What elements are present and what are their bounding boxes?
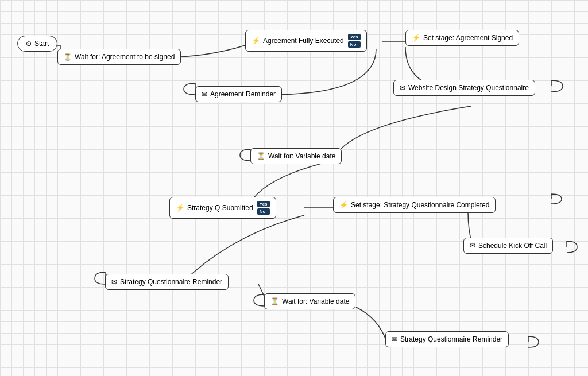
condition-icon: ⚡ (252, 37, 260, 45)
wait-agreement-node[interactable]: ⏳ Wait for: Agreement to be signed (57, 49, 181, 65)
action-icon-2: ⚡ (339, 201, 348, 209)
email-icon-5: ✉ (392, 335, 397, 343)
wait-agreement-label: Wait for: Agreement to be signed (75, 53, 175, 61)
wait-variable1-node[interactable]: ⏳ Wait for: Variable date (250, 148, 342, 164)
yes-badge-2: Yes (257, 201, 270, 207)
schedule-kickoff-label: Schedule Kick Off Call (478, 242, 547, 250)
set-stage-completed-label: Set stage: Strategy Questionnaire Comple… (351, 201, 489, 209)
website-design-label: Website Design Strategy Questionnaire (408, 84, 529, 92)
wait-variable1-label: Wait for: Variable date (268, 152, 335, 160)
action-icon: ⚡ (412, 34, 420, 42)
start-label: Start (34, 40, 49, 48)
wait-variable2-label: Wait for: Variable date (282, 297, 349, 305)
strategy-submitted-node[interactable]: ⚡ Strategy Q Submitted Yes No (169, 197, 276, 219)
strategy-reminder1-label: Strategy Questionnaire Reminder (120, 278, 222, 286)
set-stage-signed-label: Set stage: Agreement Signed (423, 34, 513, 42)
wait-icon: ⏳ (64, 53, 72, 61)
set-stage-signed-node[interactable]: ⚡ Set stage: Agreement Signed (405, 30, 519, 46)
wait-icon-3: ⏳ (270, 297, 279, 305)
no-badge-2: No (257, 208, 270, 215)
agreement-executed-label: Agreement Fully Executed (263, 37, 344, 45)
wait-icon-2: ⏳ (257, 152, 265, 160)
yes-badge: Yes (348, 34, 361, 40)
email-icon-4: ✉ (111, 278, 117, 286)
start-node[interactable]: ⊙ Start (17, 36, 57, 52)
set-stage-completed-node[interactable]: ⚡ Set stage: Strategy Questionnaire Comp… (333, 197, 496, 213)
wait-variable2-node[interactable]: ⏳ Wait for: Variable date (264, 293, 355, 309)
email-icon-3: ✉ (470, 242, 475, 250)
email-icon-2: ✉ (400, 84, 405, 92)
email-icon-1: ✉ (202, 90, 207, 98)
agreement-reminder-label: Agreement Reminder (210, 90, 276, 98)
condition-icon-2: ⚡ (176, 204, 184, 212)
strategy-reminder1-node[interactable]: ✉ Strategy Questionnaire Reminder (105, 274, 229, 290)
start-icon: ⊙ (26, 40, 32, 48)
no-badge: No (348, 41, 361, 48)
strategy-submitted-label: Strategy Q Submitted (187, 204, 253, 212)
website-design-node[interactable]: ✉ Website Design Strategy Questionnaire (393, 80, 535, 96)
agreement-reminder-node[interactable]: ✉ Agreement Reminder (195, 86, 282, 102)
workflow-canvas: ⊙ Start ⏳ Wait for: Agreement to be sign… (0, 0, 588, 376)
strategy-reminder2-node[interactable]: ✉ Strategy Questionnaire Reminder (385, 331, 509, 347)
agreement-executed-node[interactable]: ⚡ Agreement Fully Executed Yes No (245, 30, 367, 52)
strategy-reminder2-label: Strategy Questionnaire Reminder (400, 335, 502, 343)
yes-no-badge: Yes No (348, 34, 361, 48)
yes-no-badge-2: Yes No (257, 201, 270, 215)
schedule-kickoff-node[interactable]: ✉ Schedule Kick Off Call (463, 238, 553, 254)
